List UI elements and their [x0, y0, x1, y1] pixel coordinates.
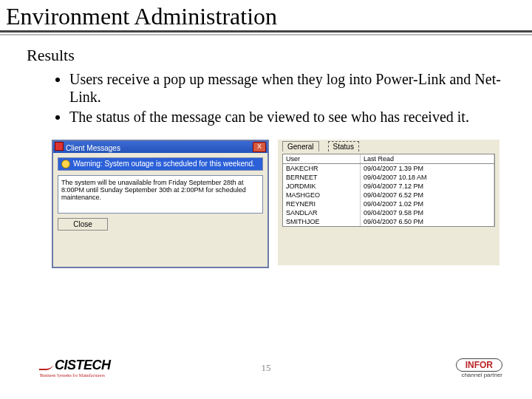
bullet-item: The status of the message can be viewed …: [69, 109, 502, 126]
tab-strip: General Status: [278, 140, 499, 151]
cell-time: 09/04/2007 1.39 PM: [360, 163, 494, 173]
table-row: REYNERI09/04/2007 1.02 PM: [283, 200, 494, 208]
close-button[interactable]: Close: [58, 218, 108, 231]
table-row: MASHGEO09/04/2007 6.52 PM: [283, 191, 494, 200]
table-row: JORDMIK09/04/2007 7.12 PM: [283, 182, 494, 191]
infor-logo: INFOR channel partner: [456, 358, 502, 378]
message-subject: Warning: System outage is scheduled for …: [73, 160, 255, 168]
cell-user: BAKECHR: [283, 163, 360, 173]
swoosh-icon: [38, 363, 55, 370]
cell-user: REYNERI: [283, 200, 360, 208]
dialog-title: Client Messages: [66, 144, 120, 152]
table-row: SMITHJOE09/04/2007 6.50 PM: [283, 217, 494, 226]
table-header: User Last Read: [283, 154, 494, 164]
cell-user: JORDMIK: [283, 182, 360, 191]
warning-icon: [61, 160, 70, 168]
page-number: 15: [262, 362, 271, 374]
col-user: User: [283, 154, 360, 164]
cell-time: 09/04/2007 6.52 PM: [360, 191, 494, 200]
table-row: BERNEET09/04/2007 10.18 AM: [283, 173, 494, 182]
section-heading: Results: [0, 46, 532, 65]
cell-user: MASHGEO: [283, 191, 360, 200]
message-list[interactable]: Warning: System outage is scheduled for …: [58, 157, 263, 171]
message-row-selected[interactable]: Warning: System outage is scheduled for …: [58, 158, 262, 170]
message-body: The system will be unavailable from Frid…: [58, 175, 263, 214]
close-icon[interactable]: X: [253, 142, 266, 152]
bullet-item: Users receive a pop up message when they…: [69, 71, 502, 106]
bullet-list: Users receive a pop up message when they…: [0, 71, 532, 126]
table-row: SANDLAR09/04/2007 9.58 PM: [283, 208, 494, 217]
status-panel: General Status User Last Read BAKECHR09/…: [278, 140, 499, 265]
cell-user: BERNEET: [283, 173, 360, 182]
client-messages-dialog: Client Messages X Warning: System outage…: [52, 140, 269, 268]
tab-status[interactable]: Status: [328, 141, 359, 151]
cell-time: 09/04/2007 7.12 PM: [360, 182, 494, 191]
cell-time: 09/04/2007 10.18 AM: [360, 173, 494, 182]
cell-time: 09/04/2007 9.58 PM: [360, 208, 494, 217]
cell-user: SANDLAR: [283, 208, 360, 217]
cell-time: 09/04/2007 1.02 PM: [360, 200, 494, 208]
app-icon: [55, 142, 64, 151]
cistech-tagline: Business Systems for Manufacturers: [40, 373, 111, 378]
title-subrule: [0, 34, 532, 35]
cistech-logo: CISTECH Business Systems for Manufacture…: [40, 358, 111, 378]
slide-title: Environment Administration: [0, 0, 532, 30]
footer: CISTECH Business Systems for Manufacture…: [0, 358, 532, 387]
cistech-wordmark: CISTECH: [55, 358, 111, 372]
title-rule: [0, 30, 532, 33]
status-grid: User Last Read BAKECHR09/04/2007 1.39 PM…: [282, 154, 495, 227]
tab-general[interactable]: General: [282, 141, 319, 151]
cell-user: SMITHJOE: [283, 217, 360, 226]
channel-partner-label: channel partner: [456, 372, 502, 378]
cell-time: 09/04/2007 6.50 PM: [360, 217, 494, 226]
col-lastread: Last Read: [360, 154, 494, 164]
dialog-titlebar: Client Messages X: [53, 141, 267, 153]
table-row: BAKECHR09/04/2007 1.39 PM: [283, 163, 494, 173]
infor-wordmark: INFOR: [456, 358, 502, 372]
